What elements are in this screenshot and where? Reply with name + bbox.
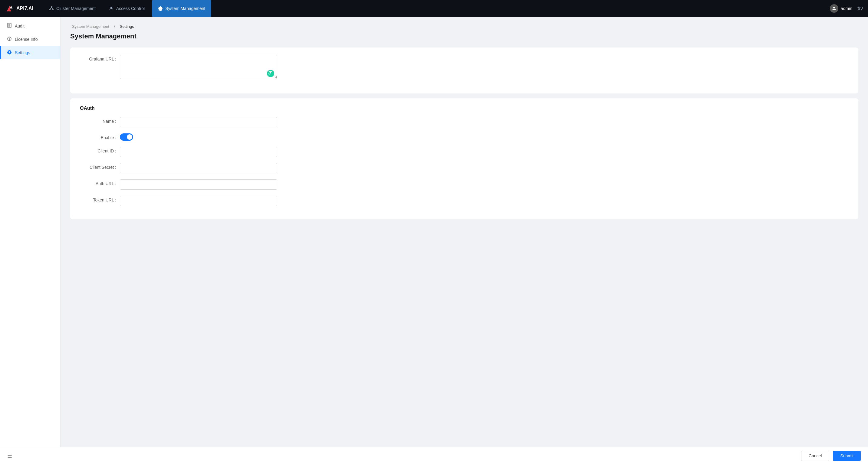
nav-item-cluster[interactable]: Cluster Management	[43, 0, 102, 17]
breadcrumb-parent: System Management	[72, 24, 109, 29]
oauth-section: OAuth Name : Enable :	[70, 98, 858, 219]
cluster-icon	[49, 6, 54, 11]
top-nav: API7.AI Cluster Management Access Contro…	[0, 0, 868, 17]
client-id-form-row: Client ID :	[80, 147, 849, 157]
grafana-form-row: Grafana URL :	[80, 55, 849, 80]
token-url-label: Token URL :	[80, 196, 116, 202]
user-name: admin	[841, 6, 852, 11]
user-icon	[109, 6, 114, 11]
translate-icon[interactable]: 文A	[857, 5, 863, 12]
grafana-refresh-icon[interactable]	[267, 70, 274, 77]
sidebar-item-license[interactable]: License Info	[0, 33, 60, 46]
breadcrumb-separator: /	[114, 24, 115, 29]
grafana-url-input[interactable]	[120, 55, 277, 79]
breadcrumb: System Management / Settings	[70, 24, 858, 29]
cancel-button[interactable]: Cancel	[801, 451, 830, 461]
svg-line-6	[50, 7, 52, 9]
client-id-input[interactable]	[120, 147, 277, 157]
app-body: Audit License Info Settings System Manag…	[0, 17, 868, 447]
sidebar-label-audit: Audit	[15, 24, 25, 28]
name-label: Name :	[80, 117, 116, 124]
sidebar-label-settings: Settings	[15, 50, 30, 55]
svg-point-9	[833, 7, 835, 8]
client-id-label: Client ID :	[80, 147, 116, 153]
breadcrumb-current: Settings	[120, 24, 134, 29]
sidebar: Audit License Info Settings	[0, 17, 61, 447]
svg-point-4	[49, 9, 51, 10]
logo-text: API7.AI	[17, 6, 33, 11]
enable-label: Enable :	[80, 133, 116, 140]
token-url-input[interactable]	[120, 196, 277, 206]
settings-icon	[7, 49, 12, 56]
client-id-control	[120, 147, 277, 157]
logo[interactable]: API7.AI	[5, 4, 33, 13]
svg-point-8	[111, 7, 112, 8]
auth-url-control	[120, 179, 277, 190]
grafana-url-wrapper	[120, 55, 277, 80]
nav-items: Cluster Management Access Control System…	[43, 0, 828, 17]
nav-label-system: System Management	[165, 6, 205, 11]
name-input[interactable]	[120, 117, 277, 127]
token-url-control	[120, 196, 277, 206]
client-secret-control	[120, 163, 277, 173]
nav-user[interactable]: admin	[830, 4, 852, 13]
svg-point-17	[9, 37, 10, 38]
page-title: System Management	[70, 32, 858, 40]
oauth-title: OAuth	[80, 106, 849, 111]
name-control	[120, 117, 277, 127]
client-secret-input[interactable]	[120, 163, 277, 173]
main-content: System Management / Settings System Mana…	[61, 17, 868, 447]
svg-point-5	[52, 9, 54, 10]
sidebar-item-audit[interactable]: Audit	[0, 19, 60, 33]
sidebar-item-settings[interactable]: Settings	[0, 46, 60, 59]
nav-item-system[interactable]: System Management	[152, 0, 211, 17]
auth-url-form-row: Auth URL :	[80, 179, 849, 190]
sidebar-label-license: License Info	[15, 37, 38, 42]
toggle-slider	[120, 133, 133, 141]
token-url-form-row: Token URL :	[80, 196, 849, 206]
enable-control	[120, 133, 277, 141]
svg-text:文A: 文A	[857, 6, 863, 10]
info-icon	[7, 36, 12, 42]
svg-point-3	[51, 6, 52, 7]
enable-toggle[interactable]	[120, 133, 133, 141]
avatar	[830, 4, 838, 13]
svg-line-7	[52, 7, 53, 9]
auth-url-label: Auth URL :	[80, 179, 116, 186]
footer-actions: Cancel Submit	[801, 451, 861, 461]
enable-form-row: Enable :	[80, 133, 849, 141]
menu-button[interactable]: ☰	[7, 453, 12, 459]
nav-label-access: Access Control	[116, 6, 145, 11]
nav-right: admin 文A	[830, 4, 863, 13]
grafana-section: Grafana URL :	[70, 47, 858, 94]
gear-icon-nav	[158, 6, 163, 11]
hamburger-icon: ☰	[7, 453, 12, 459]
nav-item-access[interactable]: Access Control	[103, 0, 151, 17]
audit-icon	[7, 23, 12, 29]
nav-label-cluster: Cluster Management	[56, 6, 96, 11]
client-secret-form-row: Client Secret :	[80, 163, 849, 173]
client-secret-label: Client Secret :	[80, 163, 116, 170]
name-form-row: Name :	[80, 117, 849, 127]
auth-url-input[interactable]	[120, 179, 277, 190]
bottom-bar: ☰ Cancel Submit	[0, 447, 868, 464]
submit-button[interactable]: Submit	[833, 451, 861, 461]
grafana-url-label: Grafana URL :	[80, 55, 116, 61]
